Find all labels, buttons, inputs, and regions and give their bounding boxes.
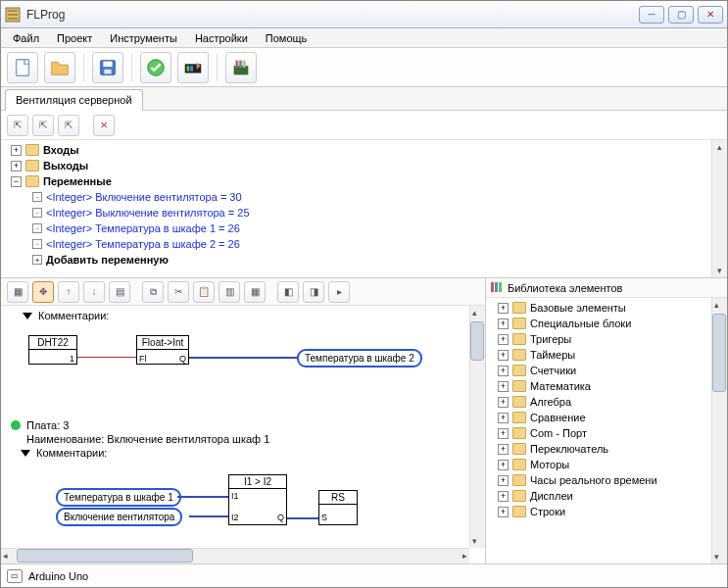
expand-icon[interactable]: +: [498, 491, 509, 502]
library-item[interactable]: +Строки: [490, 504, 723, 519]
pin-button-3[interactable]: ⇱: [58, 115, 79, 136]
float-int-block[interactable]: Float->Int Fl Q: [136, 335, 189, 365]
expand-icon[interactable]: +: [498, 397, 509, 408]
canvas-up[interactable]: ↑: [58, 281, 79, 303]
toolbar-divider: [83, 54, 84, 81]
expand-icon[interactable]: +: [498, 350, 509, 361]
rs-block[interactable]: RS S: [318, 490, 358, 525]
canvas-tool-13[interactable]: ▸: [328, 281, 350, 303]
svg-rect-14: [495, 282, 498, 292]
library-item[interactable]: +Моторы: [490, 457, 723, 472]
library-item[interactable]: +Часы реального времени: [490, 472, 723, 488]
scroll-up-icon[interactable]: ▴: [715, 140, 724, 154]
library-item[interactable]: +Алгебра: [490, 394, 723, 410]
variables-tree[interactable]: +Входы +Выходы −Переменные ·<Integer> Вк…: [1, 140, 711, 277]
library-button[interactable]: [225, 52, 257, 83]
tree-var-item[interactable]: ·<Integer> Температура в шкафе 1 = 26: [5, 220, 707, 236]
verify-button[interactable]: [140, 52, 171, 83]
tree-var-item[interactable]: ·<Integer> Температура в шкафе 2 = 26: [5, 236, 707, 252]
folder-icon: [25, 175, 39, 187]
library-scrollbar[interactable]: ▴ ▾: [711, 298, 727, 564]
canvas-vscrollbar[interactable]: ▴ ▾: [469, 306, 485, 548]
scroll-up-icon[interactable]: ▴: [712, 298, 727, 312]
project-tab[interactable]: Вентиляция серверной: [5, 89, 143, 111]
expand-icon[interactable]: +: [498, 460, 509, 470]
expand-icon[interactable]: +: [498, 381, 509, 392]
save-button[interactable]: [92, 52, 123, 83]
delete-button[interactable]: ✕: [93, 115, 115, 136]
menu-bar: Файл Проект Инструменты Настройки Помощь: [1, 28, 727, 48]
canvas-align-l[interactable]: ◧: [277, 281, 299, 303]
scroll-left-icon[interactable]: ◂: [1, 549, 10, 564]
canvas-copy[interactable]: ⧉: [142, 281, 164, 303]
menu-help[interactable]: Помощь: [258, 30, 315, 46]
diagram-canvas[interactable]: Комментарии: DHT22 1 Float->Int Fl Q: [1, 306, 469, 548]
expand-icon[interactable]: +: [498, 413, 509, 423]
canvas-tool-10[interactable]: ▦: [244, 281, 266, 303]
tree-scrollbar[interactable]: ▴ ▾: [711, 140, 727, 277]
canvas-select-tool[interactable]: ✥: [32, 281, 54, 303]
canvas-tool-9[interactable]: ▥: [218, 281, 240, 303]
maximize-button[interactable]: ▢: [668, 6, 694, 24]
expand-icon[interactable]: +: [498, 366, 509, 376]
canvas-down[interactable]: ↓: [83, 281, 105, 303]
library-item-label: Специальные блоки: [530, 318, 631, 329]
upload-button[interactable]: [177, 52, 209, 83]
library-tree[interactable]: +Базовые элементы+Специальные блоки+Триг…: [486, 298, 727, 564]
scroll-down-icon[interactable]: ▾: [470, 534, 485, 548]
minimize-button[interactable]: ─: [639, 6, 664, 24]
scroll-down-icon[interactable]: ▾: [712, 550, 727, 564]
pin-button-2[interactable]: ⇱: [32, 115, 54, 136]
temp2-variable[interactable]: Температура в шкафе 2: [297, 349, 422, 368]
open-file-button[interactable]: [44, 52, 75, 83]
library-item[interactable]: +Сравнение: [490, 410, 723, 425]
library-item[interactable]: +Дисплеи: [490, 488, 723, 504]
tree-add-variable[interactable]: +Добавить переменную: [5, 252, 707, 268]
canvas-hscrollbar[interactable]: ◂ ▸: [1, 548, 469, 564]
menu-tools[interactable]: Инструменты: [102, 30, 185, 46]
tree-outputs[interactable]: +Выходы: [5, 158, 707, 173]
library-item[interactable]: +Счетчики: [490, 363, 723, 378]
new-file-button[interactable]: [7, 52, 38, 83]
expand-icon[interactable]: +: [498, 507, 509, 517]
tree-var-item[interactable]: ·<Integer> Выключение вентилятора = 25: [5, 205, 707, 220]
menu-file[interactable]: Файл: [5, 30, 47, 46]
menu-project[interactable]: Проект: [49, 30, 100, 46]
library-item[interactable]: +Таймеры: [490, 347, 723, 363]
menu-settings[interactable]: Настройки: [187, 30, 256, 46]
compare-block[interactable]: I1 > I2 I1 I2 Q: [228, 474, 287, 525]
library-item[interactable]: +Тригеры: [490, 331, 723, 347]
canvas-tool-1[interactable]: ▦: [7, 281, 28, 303]
folder-icon: [512, 396, 526, 408]
pin-button[interactable]: ⇱: [7, 115, 28, 136]
library-item[interactable]: +Переключатель: [490, 441, 723, 457]
vent-variable[interactable]: Включение вентилятора: [56, 508, 182, 526]
tree-var-item[interactable]: ·<Integer> Включение вентилятора = 30: [5, 189, 707, 205]
expand-icon[interactable]: +: [498, 318, 509, 329]
expand-icon[interactable]: +: [498, 334, 509, 345]
expand-icon[interactable]: +: [498, 428, 509, 439]
expand-icon[interactable]: +: [498, 444, 509, 455]
tree-variables[interactable]: −Переменные: [5, 173, 707, 189]
canvas-paste[interactable]: 📋: [193, 281, 215, 303]
canvas-align-r[interactable]: ◨: [303, 281, 324, 303]
close-button[interactable]: ✕: [698, 6, 723, 24]
library-item[interactable]: +Com - Порт: [490, 425, 723, 441]
expand-icon[interactable]: +: [498, 475, 509, 486]
canvas-cut[interactable]: ✂: [168, 281, 189, 303]
scroll-thumb[interactable]: [17, 549, 193, 563]
canvas-tool-5[interactable]: ▤: [109, 281, 130, 303]
scroll-up-icon[interactable]: ▴: [470, 306, 485, 319]
scroll-down-icon[interactable]: ▾: [715, 264, 724, 277]
temp1-variable[interactable]: Температура в шкафе 1: [56, 488, 181, 507]
dht22-block[interactable]: DHT22 1: [28, 335, 77, 365]
scroll-thumb[interactable]: [470, 321, 484, 361]
tree-inputs[interactable]: +Входы: [5, 142, 707, 158]
scroll-right-icon[interactable]: ▸: [461, 549, 469, 564]
scroll-thumb[interactable]: [712, 314, 726, 392]
books-icon: [490, 280, 504, 296]
expand-icon[interactable]: +: [498, 303, 509, 314]
library-item[interactable]: +Специальные блоки: [490, 316, 723, 331]
library-item[interactable]: +Математика: [490, 378, 723, 394]
library-item[interactable]: +Базовые элементы: [490, 300, 723, 316]
